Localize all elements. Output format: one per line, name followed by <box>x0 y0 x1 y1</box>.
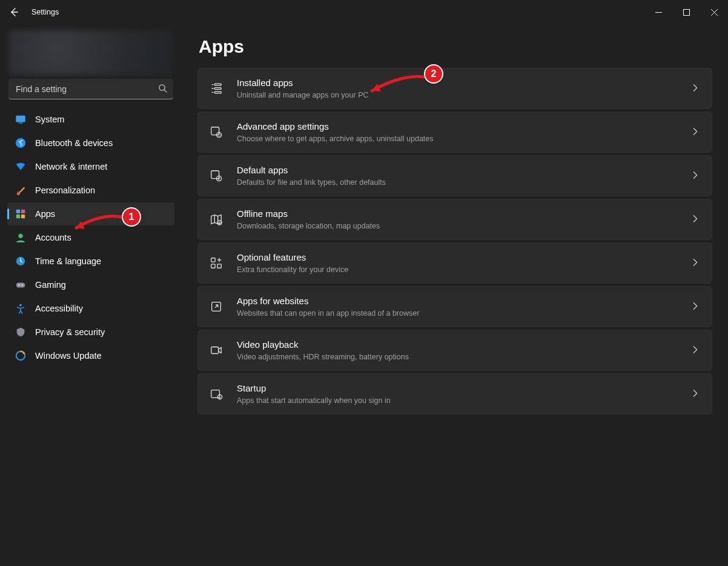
card-offline-maps[interactable]: Offline maps Downloads, storage location… <box>197 199 712 240</box>
card-optional-features[interactable]: Optional features Extra functionality fo… <box>197 242 712 284</box>
wifi-icon <box>15 161 27 173</box>
svg-rect-12 <box>16 282 25 287</box>
card-subtitle: Downloads, storage location, map updates <box>237 221 691 231</box>
sidebar-item-label: Accounts <box>35 233 71 242</box>
sidebar-item-update[interactable]: Windows Update <box>7 344 174 367</box>
card-title: Apps for websites <box>237 295 691 307</box>
svg-point-1 <box>159 85 165 90</box>
svg-rect-26 <box>211 264 215 268</box>
sidebar-item-time[interactable]: Time & language <box>7 250 174 273</box>
card-installed-apps[interactable]: Installed apps Uninstall and manage apps… <box>197 68 712 109</box>
svg-rect-20 <box>211 127 219 135</box>
card-title: Video playback <box>237 339 691 351</box>
sidebar-item-label: Privacy & security <box>35 327 105 337</box>
sidebar-item-network[interactable]: Network & internet <box>7 155 174 178</box>
sidebar-nav: System Bluetooth & devices Network & int… <box>5 108 177 367</box>
settings-card-list: Installed apps Uninstall and manage apps… <box>197 68 712 415</box>
main-content: Apps Installed apps Uninstall and manage… <box>182 24 728 566</box>
svg-rect-30 <box>211 390 220 398</box>
clock-icon <box>15 255 27 267</box>
maximize-icon <box>683 9 690 16</box>
annotation-callout-2: 2 <box>425 65 442 82</box>
chevron-right-icon <box>691 389 700 399</box>
svg-rect-25 <box>211 258 215 262</box>
card-title: Startup <box>237 382 691 395</box>
chevron-right-icon <box>691 215 700 225</box>
search-input[interactable] <box>8 79 173 99</box>
sidebar-item-label: Personalization <box>35 185 95 195</box>
card-title: Default apps <box>237 164 691 176</box>
chevron-right-icon <box>691 84 700 94</box>
chevron-right-icon <box>691 345 700 356</box>
grid-plus-icon <box>209 256 223 270</box>
back-button[interactable] <box>8 7 19 18</box>
svg-rect-22 <box>211 171 219 179</box>
svg-rect-6 <box>16 210 20 213</box>
sidebar-item-accounts[interactable]: Accounts <box>7 226 174 249</box>
page-title: Apps <box>199 36 712 57</box>
svg-rect-27 <box>217 264 221 268</box>
sidebar-item-system[interactable]: System <box>7 108 174 131</box>
svg-point-10 <box>18 234 22 238</box>
sidebar-item-label: Windows Update <box>35 351 102 361</box>
svg-rect-3 <box>18 122 22 123</box>
apps-icon <box>15 208 27 220</box>
card-default-apps[interactable]: Default apps Defaults for file and link … <box>197 155 712 196</box>
maximize-button[interactable] <box>672 2 700 22</box>
card-title: Optional features <box>237 251 691 264</box>
svg-rect-9 <box>21 215 25 218</box>
svg-point-13 <box>18 284 19 285</box>
sidebar-item-label: System <box>35 115 64 124</box>
card-subtitle: Defaults for file and link types, other … <box>237 178 691 187</box>
sidebar-item-label: Apps <box>35 209 55 219</box>
svg-point-15 <box>19 304 22 307</box>
svg-rect-19 <box>214 92 221 93</box>
annotation-callout-1: 1 <box>123 208 140 225</box>
svg-rect-29 <box>211 347 219 354</box>
card-apps-for-websites[interactable]: Apps for websites Websites that can open… <box>197 286 712 327</box>
window-controls <box>644 2 728 22</box>
svg-point-5 <box>17 191 19 194</box>
card-subtitle: Choose where to get apps, archive apps, … <box>237 134 691 144</box>
sidebar: System Bluetooth & devices Network & int… <box>0 24 182 566</box>
titlebar: Settings <box>0 0 728 24</box>
app-gear-icon <box>209 125 223 139</box>
card-title: Advanced app settings <box>237 121 691 133</box>
svg-rect-8 <box>16 215 20 218</box>
svg-point-14 <box>22 284 23 285</box>
update-icon <box>15 350 27 362</box>
startup-icon <box>209 387 223 401</box>
svg-rect-17 <box>214 84 221 85</box>
sidebar-item-gaming[interactable]: Gaming <box>7 273 174 296</box>
display-icon <box>15 113 27 125</box>
minimize-icon <box>655 9 662 16</box>
card-subtitle: Uninstall and manage apps on your PC <box>237 90 691 100</box>
card-video-playback[interactable]: Video playback Video adjustments, HDR st… <box>197 330 712 371</box>
svg-rect-7 <box>21 210 25 213</box>
svg-rect-0 <box>683 9 689 15</box>
chevron-right-icon <box>691 302 700 312</box>
chevron-right-icon <box>691 127 700 138</box>
card-advanced-app-settings[interactable]: Advanced app settings Choose where to ge… <box>197 112 712 153</box>
video-icon <box>209 343 223 358</box>
sidebar-item-accessibility[interactable]: Accessibility <box>7 297 174 320</box>
chevron-right-icon <box>691 258 700 268</box>
accessibility-icon <box>15 302 27 315</box>
card-startup[interactable]: Startup Apps that start automatically wh… <box>197 373 712 415</box>
gamepad-icon <box>15 279 27 291</box>
sidebar-item-bluetooth[interactable]: Bluetooth & devices <box>7 132 174 155</box>
close-button[interactable] <box>700 2 728 22</box>
profile-area[interactable] <box>8 30 173 75</box>
search-icon <box>158 84 167 95</box>
sidebar-item-apps[interactable]: Apps <box>7 202 174 225</box>
open-external-icon <box>209 299 223 314</box>
arrow-left-icon <box>9 7 19 17</box>
sidebar-item-personalization[interactable]: Personalization <box>7 179 174 202</box>
search-field[interactable] <box>8 79 173 99</box>
sidebar-item-label: Network & internet <box>35 162 107 171</box>
svg-rect-18 <box>214 88 221 90</box>
sidebar-item-privacy[interactable]: Privacy & security <box>7 321 174 344</box>
map-icon <box>209 212 223 227</box>
minimize-button[interactable] <box>644 2 672 22</box>
installed-apps-icon <box>209 81 223 96</box>
